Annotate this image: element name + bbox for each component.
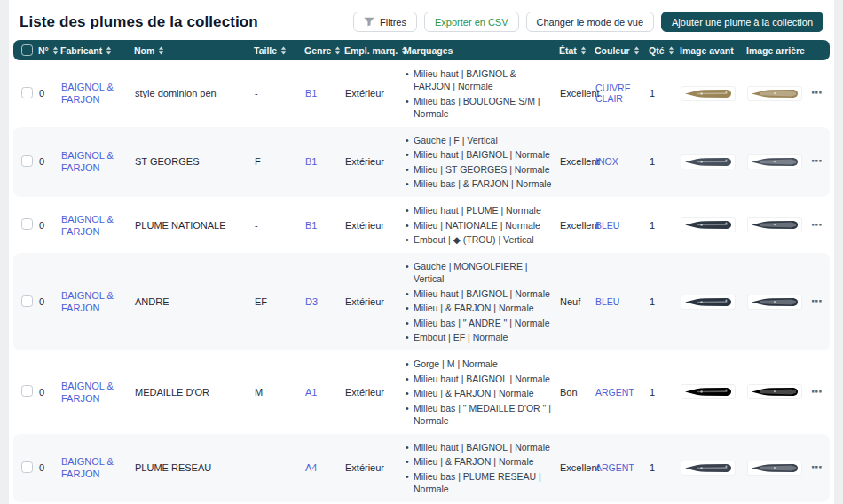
- row-actions-button[interactable]: ⋯: [809, 386, 825, 398]
- filters-button[interactable]: Filtres: [353, 12, 417, 32]
- empl-marq-cell: Extérieur: [342, 88, 401, 98]
- column-header-genre[interactable]: Genre: [302, 45, 342, 56]
- image-avant-thumbnail[interactable]: [681, 384, 736, 399]
- marquage-item: Gauche | MONGOLFIERE | Vertical: [405, 260, 553, 285]
- marquage-item: Gorge | M | Normale: [405, 358, 553, 370]
- sort-up-down-icon: [634, 46, 640, 55]
- column-header-image-arriere: Image arrière: [744, 45, 806, 56]
- fabricant-link[interactable]: BAIGNOL & FARJON: [61, 82, 114, 105]
- checkbox-icon: [21, 218, 33, 230]
- qte-cell: 1: [646, 462, 677, 473]
- couleur-link[interactable]: ARGENT: [595, 387, 634, 398]
- row-checkbox[interactable]: [13, 218, 35, 232]
- fabricant-link[interactable]: BAIGNOL & FARJON: [61, 290, 114, 313]
- column-header-numero[interactable]: N°: [35, 45, 58, 56]
- nom-cell: ST GEORGES: [131, 156, 251, 167]
- row-checkbox[interactable]: [13, 385, 35, 398]
- marquage-item: Milieu | ST GEORGES | Normale: [405, 163, 553, 176]
- column-header-fabricant[interactable]: Fabricant: [58, 45, 131, 56]
- export-csv-button[interactable]: Exporter en CSV: [424, 12, 519, 32]
- checkbox-icon: [21, 295, 33, 307]
- couleur-link[interactable]: CUIVRE CLAIR: [595, 83, 631, 104]
- taille-cell: EF: [251, 296, 302, 307]
- nib-back-image: [750, 462, 800, 474]
- image-avant-thumbnail[interactable]: [681, 461, 736, 476]
- column-header-empl-marq[interactable]: Empl. marq.: [342, 45, 401, 56]
- column-header-qte[interactable]: Qté: [646, 45, 677, 56]
- marquage-item: Milieu | & FARJON | Normale: [405, 455, 553, 468]
- etat-cell: Excellent: [556, 88, 592, 98]
- image-arriere-thumbnail[interactable]: [747, 461, 802, 476]
- taille-cell: M: [251, 387, 302, 398]
- row-actions-button[interactable]: ⋯: [809, 219, 825, 232]
- marquages-list: Milieu haut | BAIGNOL & FARJON | Normale…: [405, 67, 553, 120]
- row-checkbox[interactable]: [13, 461, 35, 475]
- image-arriere-thumbnail[interactable]: [747, 295, 802, 310]
- column-header-nom[interactable]: Nom: [131, 45, 251, 56]
- image-avant-thumbnail[interactable]: [681, 154, 736, 169]
- image-arriere-thumbnail[interactable]: [747, 86, 802, 101]
- image-arriere-thumbnail[interactable]: [747, 154, 802, 169]
- nib-front-image: [683, 88, 733, 99]
- taille-cell: -: [251, 220, 302, 231]
- checkbox-icon: [21, 44, 33, 56]
- qte-cell: 1: [646, 156, 677, 167]
- column-header-etat[interactable]: État: [556, 45, 592, 56]
- marquage-item: Milieu | & FARJON | Normale: [405, 387, 553, 399]
- image-arriere-thumbnail[interactable]: [747, 384, 802, 399]
- change-view-button[interactable]: Changer le mode de vue: [526, 12, 654, 32]
- empl-marq-cell: Extérieur: [342, 220, 401, 231]
- marquages-list: Milieu haut | PLUME | Normale Milieu | N…: [405, 204, 553, 246]
- genre-link[interactable]: B1: [305, 88, 317, 98]
- row-actions-button[interactable]: ⋯: [809, 155, 825, 168]
- sort-up-down-icon: [280, 46, 287, 55]
- nib-front-image: [683, 219, 733, 231]
- table-row: 0 BAIGNOL & FARJON PLUME NATIONALE - B1 …: [13, 197, 830, 253]
- marquage-item: Milieu | NATIONALE | Normale: [405, 219, 553, 232]
- empl-marq-cell: Extérieur: [342, 462, 401, 473]
- image-avant-thumbnail[interactable]: [681, 217, 736, 232]
- couleur-link[interactable]: BLEU: [595, 220, 619, 231]
- nom-cell: PLUME NATIONALE: [131, 220, 251, 231]
- etat-cell: Neuf: [556, 296, 592, 307]
- fabricant-link[interactable]: BAIGNOL & FARJON: [61, 214, 114, 237]
- numero-cell: 0: [35, 156, 58, 167]
- nib-front-image: [683, 386, 733, 398]
- fabricant-link[interactable]: BAIGNOL & FARJON: [61, 381, 114, 404]
- row-checkbox[interactable]: [13, 87, 35, 100]
- row-actions-button[interactable]: ⋯: [809, 87, 825, 99]
- image-avant-thumbnail[interactable]: [681, 86, 736, 101]
- genre-link[interactable]: D3: [305, 296, 318, 307]
- row-actions-button[interactable]: ⋯: [809, 461, 825, 474]
- row-checkbox[interactable]: [13, 295, 35, 309]
- select-all-checkbox[interactable]: [13, 44, 35, 56]
- column-header-taille[interactable]: Taille: [251, 45, 302, 56]
- sort-up-down-icon: [158, 46, 164, 55]
- row-checkbox[interactable]: [13, 155, 35, 169]
- marquage-item: Gauche | F | Vertical: [405, 134, 553, 146]
- genre-link[interactable]: B1: [305, 220, 317, 231]
- genre-link[interactable]: A4: [305, 462, 317, 473]
- marquage-item: Milieu haut | BAIGNOL | Normale: [405, 148, 553, 161]
- nib-back-image: [750, 296, 800, 308]
- add-plume-button[interactable]: Ajouter une plume à la collection: [661, 12, 823, 32]
- image-avant-thumbnail[interactable]: [681, 295, 736, 310]
- couleur-link[interactable]: INOX: [595, 156, 618, 167]
- nib-front-image: [683, 462, 733, 474]
- image-arriere-thumbnail[interactable]: [747, 217, 802, 232]
- fabricant-link[interactable]: BAIGNOL & FARJON: [61, 456, 114, 479]
- genre-link[interactable]: A1: [305, 387, 317, 398]
- column-header-couleur[interactable]: Couleur: [592, 45, 646, 56]
- couleur-link[interactable]: ARGENT: [595, 462, 634, 473]
- empl-marq-cell: Extérieur: [342, 296, 401, 307]
- row-actions-button[interactable]: ⋯: [809, 295, 825, 308]
- marquage-item: Milieu bas | PLUME RESEAU | Normale: [405, 470, 553, 495]
- fabricant-link[interactable]: BAIGNOL & FARJON: [61, 150, 114, 173]
- genre-link[interactable]: B1: [305, 156, 317, 167]
- numero-cell: 0: [35, 296, 58, 307]
- marquages-list: Gorge | M | Normale Milieu haut | BAIGNO…: [405, 358, 553, 427]
- column-header-image-avant: Image avant: [677, 45, 744, 56]
- marquage-item: Milieu haut | BAIGNOL | Normale: [405, 441, 553, 453]
- couleur-link[interactable]: BLEU: [595, 296, 619, 307]
- nom-cell: PLUME RESEAU: [131, 462, 251, 473]
